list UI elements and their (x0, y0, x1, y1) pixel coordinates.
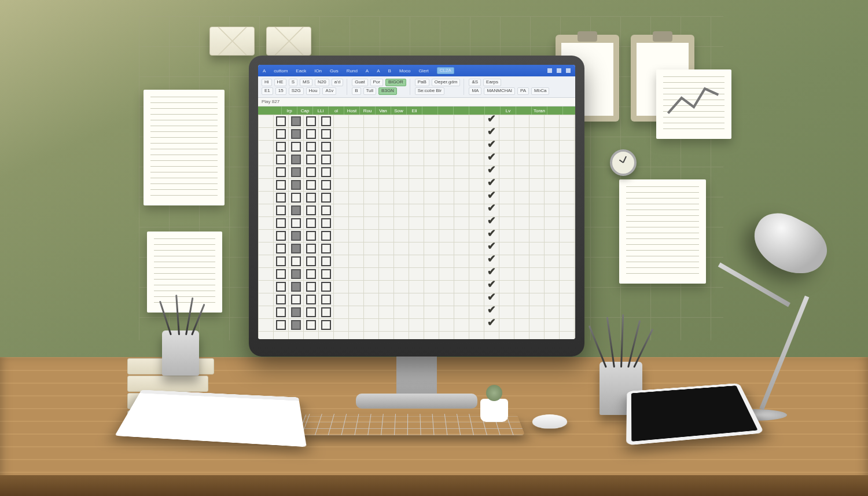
checkbox-cell[interactable] (303, 229, 318, 242)
ribbon-button[interactable]: Earps (483, 79, 501, 86)
checkbox-cell[interactable] (288, 191, 303, 204)
checkbox-cell[interactable] (303, 216, 318, 229)
checkbox-cell[interactable] (273, 127, 288, 140)
checkbox-cell[interactable] (318, 229, 333, 242)
ribbon-button[interactable]: MS (300, 79, 312, 86)
checkbox-cell[interactable] (288, 242, 303, 255)
ribbon-button[interactable]: Guat (352, 79, 367, 86)
ribbon-button[interactable]: PA (517, 87, 529, 95)
checkbox-cell[interactable] (303, 255, 318, 267)
checkbox-cell[interactable] (303, 293, 318, 306)
checkbox-cell[interactable] (303, 204, 318, 216)
menu-item[interactable]: B (388, 68, 391, 74)
ribbon-button[interactable]: Oeper.gdm (432, 79, 461, 86)
ribbon-button[interactable]: Tull (363, 87, 377, 95)
checkbox-cell[interactable] (288, 127, 303, 140)
checkbox-cell[interactable] (318, 255, 333, 267)
ribbon-button[interactable]: HE (274, 79, 286, 86)
ribbon-button[interactable]: MA (469, 87, 481, 95)
checkbox-cell[interactable] (273, 306, 288, 318)
checkbox-cell[interactable] (318, 115, 333, 127)
checkbox-cell[interactable] (318, 280, 333, 293)
ribbon-button[interactable]: E1 (262, 87, 273, 95)
checkbox-cell[interactable] (303, 306, 318, 318)
checkbox-cell[interactable] (318, 166, 333, 178)
menu-item[interactable]: A (377, 68, 380, 74)
checkbox-cell[interactable] (318, 140, 333, 153)
checkbox-cell[interactable] (288, 178, 303, 191)
title-accent-button[interactable]: CL2A (437, 67, 454, 75)
ribbon-button[interactable]: S (289, 79, 297, 86)
checkbox-cell[interactable] (288, 280, 303, 293)
ribbon-button[interactable]: 15 (275, 87, 286, 95)
checkbox-cell[interactable] (303, 191, 318, 204)
checkbox-cell[interactable] (318, 216, 333, 229)
ribbon-button[interactable]: MANMCHAI (484, 87, 515, 95)
checkbox-cell[interactable] (273, 115, 288, 127)
ribbon-button[interactable]: N20 (315, 79, 329, 86)
checkbox-cell[interactable] (318, 153, 333, 166)
checkbox-cell[interactable] (288, 318, 303, 331)
checkbox-cell[interactable] (288, 115, 303, 127)
checkbox-cell[interactable] (273, 178, 288, 191)
ribbon-button[interactable]: BIGOR (385, 79, 406, 86)
checkbox-cell[interactable] (288, 267, 303, 280)
checkbox-cell[interactable] (318, 191, 333, 204)
checkbox-cell[interactable] (288, 293, 303, 306)
menu-item[interactable]: IOn (314, 68, 322, 74)
mouse[interactable] (532, 414, 567, 428)
checkbox-cell[interactable] (303, 166, 318, 178)
checkbox-cell[interactable] (288, 166, 303, 178)
checkbox-cell[interactable] (288, 255, 303, 267)
menu-item[interactable]: A (366, 68, 369, 74)
menu-item[interactable]: Gus (330, 68, 339, 74)
name-box[interactable]: Play 827 (262, 99, 279, 104)
checkbox-cell[interactable] (288, 153, 303, 166)
menu-item[interactable]: Eack (296, 68, 306, 74)
window-controls[interactable] (547, 68, 571, 73)
ribbon-button[interactable]: PaB (415, 79, 429, 86)
ribbon-button[interactable]: A1v (322, 87, 336, 95)
checkbox-cell[interactable] (318, 204, 333, 216)
ribbon-button[interactable]: Hou (306, 87, 321, 95)
checkbox-cell[interactable] (273, 318, 288, 331)
checkbox-cell[interactable] (288, 306, 303, 318)
checkbox-cell[interactable] (318, 318, 333, 331)
ribbon-button[interactable]: a'd (332, 79, 343, 86)
checkbox-cell[interactable] (303, 115, 318, 127)
checkbox-cell[interactable] (273, 293, 288, 306)
menu-item[interactable]: Glert (418, 68, 428, 74)
checkbox-cell[interactable] (318, 306, 333, 318)
checkbox-cell[interactable] (273, 255, 288, 267)
checkbox-cell[interactable] (273, 204, 288, 216)
ribbon-button[interactable]: B3GN (378, 87, 397, 95)
checkbox-cell[interactable] (303, 140, 318, 153)
checkbox-cell[interactable] (303, 153, 318, 166)
ribbon-button[interactable]: Por (370, 79, 383, 86)
worksheet-grid[interactable]: ✔✔✔✔✔✔✔✔✔✔✔✔✔✔✔✔✔ (258, 115, 575, 339)
checkbox-cell[interactable] (273, 242, 288, 255)
checkbox-cell[interactable] (273, 216, 288, 229)
checkbox-cell[interactable] (303, 280, 318, 293)
checkbox-cell[interactable] (273, 267, 288, 280)
ribbon-button[interactable]: S2G (289, 87, 304, 95)
checkbox-cell[interactable] (303, 318, 318, 331)
checkbox-cell[interactable] (288, 216, 303, 229)
checkbox-cell[interactable] (318, 127, 333, 140)
menu-item[interactable]: Moco (399, 68, 411, 74)
checkbox-cell[interactable] (288, 140, 303, 153)
checkbox-cell[interactable] (303, 267, 318, 280)
menu-item[interactable]: A (263, 68, 266, 74)
checkbox-cell[interactable] (288, 229, 303, 242)
menu-item[interactable]: cuttom (274, 68, 288, 74)
menu-item[interactable]: Rund (347, 68, 358, 74)
checkbox-cell[interactable] (318, 178, 333, 191)
ribbon-button[interactable]: &S (469, 79, 481, 86)
ribbon-button[interactable]: B (352, 87, 361, 95)
ribbon-button[interactable]: Hi (262, 79, 272, 86)
checkbox-cell[interactable] (273, 153, 288, 166)
checkbox-cell[interactable] (288, 204, 303, 216)
checkbox-cell[interactable] (318, 267, 333, 280)
checkbox-cell[interactable] (273, 229, 288, 242)
checkbox-cell[interactable] (303, 178, 318, 191)
